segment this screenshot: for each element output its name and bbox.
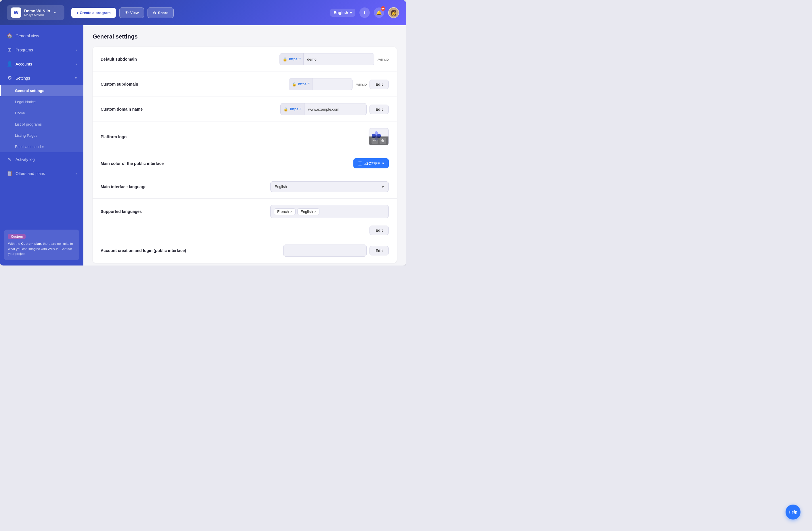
- color-value: #2C77FF: [364, 161, 380, 165]
- default-subdomain-field[interactable]: [304, 57, 374, 61]
- custom-subdomain-input: 🔒 https://: [289, 78, 352, 90]
- account-creation-field[interactable]: [283, 245, 367, 256]
- custom-domain-edit-button[interactable]: Edit: [369, 105, 389, 114]
- main-language-row: Main interface language English ∨: [92, 175, 397, 198]
- custom-subdomain-row: Custom subdomain 🔒 https:// .wiin.io Edi…: [92, 72, 397, 97]
- brand-logo-icon: W: [11, 8, 21, 18]
- custom-domain-field[interactable]: [304, 107, 366, 112]
- custom-subdomain-field[interactable]: [313, 82, 352, 87]
- header-right: English ▾ ℹ 🔔 9+ 👩: [330, 7, 399, 18]
- create-program-button[interactable]: + Create a program: [71, 8, 116, 18]
- notifications-button[interactable]: 🔔 9+: [374, 8, 384, 18]
- home-icon: 🏠: [6, 33, 13, 39]
- main-color-label: Main color of the public interface: [101, 161, 199, 166]
- main-language-value: English ∨: [203, 181, 389, 192]
- brand-dropdown-arrow[interactable]: ▾: [54, 11, 56, 15]
- supported-languages-value: French × English ×: [203, 205, 389, 218]
- tag-english: English ×: [297, 208, 319, 215]
- language-chevron: ∨: [381, 185, 385, 189]
- sidebar-item-programs[interactable]: ⊞ Programs ›: [0, 43, 83, 57]
- settings-icon: ⚙: [6, 75, 13, 81]
- header-logo-area[interactable]: W Demo WIIN.io Mailys Motard ▾: [7, 5, 64, 20]
- settings-chevron: ∨: [75, 76, 77, 80]
- accounts-chevron: ›: [76, 62, 77, 66]
- sidebar-subitem-general-settings[interactable]: General settings: [0, 85, 83, 96]
- https-text-3: https://: [290, 107, 301, 111]
- svg-point-2: [375, 131, 378, 135]
- eye-icon: 👁: [125, 11, 129, 15]
- sidebar-subitem-home[interactable]: Home: [0, 107, 83, 119]
- sidebar-label-programs: Programs: [16, 48, 73, 52]
- programs-chevron: ›: [76, 48, 77, 52]
- custom-subdomain-value: 🔒 https:// .wiin.io Edit: [203, 78, 389, 90]
- logo-delete-button[interactable]: 🗑: [379, 138, 386, 144]
- tag-english-label: English: [301, 209, 313, 214]
- https-text: https://: [289, 57, 301, 61]
- supported-languages-row: Supported languages French × English ×: [92, 198, 397, 238]
- custom-subdomain-prefix: 🔒 https://: [289, 78, 313, 90]
- sidebar-subitem-list-of-programs[interactable]: List of programs: [0, 119, 83, 130]
- info-button[interactable]: ℹ: [359, 8, 370, 18]
- sidebar-item-settings[interactable]: ⚙ Settings ∨: [0, 71, 83, 85]
- language-selected: English: [275, 185, 287, 189]
- info-icon: ℹ: [364, 10, 365, 15]
- sidebar-item-general-view[interactable]: 🏠 General view: [0, 29, 83, 43]
- user-avatar[interactable]: 👩: [388, 7, 399, 18]
- custom-subdomain-suffix: .wiin.io: [356, 82, 367, 87]
- sidebar-item-accounts[interactable]: 👤 Accounts ›: [0, 57, 83, 71]
- programs-icon: ⊞: [6, 47, 13, 53]
- lang-label: English: [334, 10, 348, 15]
- activity-log-icon: ∿: [6, 156, 13, 162]
- custom-card-text: With the Custom plan, there are no limit…: [8, 241, 75, 256]
- platform-logo-row: Platform logo: [92, 122, 397, 152]
- supported-languages-edit-button[interactable]: Edit: [369, 225, 389, 235]
- language-dropdown[interactable]: English ∨: [270, 181, 389, 192]
- lock-icon-2: 🔒: [292, 82, 296, 87]
- sidebar-label-settings: Settings: [16, 76, 72, 80]
- top-header: W Demo WIIN.io Mailys Motard ▾ + Create …: [0, 0, 406, 25]
- custom-domain-input: 🔒 https://: [280, 103, 367, 115]
- sidebar-subitem-email-and-sender[interactable]: Email and sender: [0, 141, 83, 152]
- platform-logo-label: Platform logo: [101, 134, 199, 139]
- main-language-label: Main interface language: [101, 185, 199, 189]
- main-color-row: Main color of the public interface #2C77…: [92, 152, 397, 175]
- logo-preview: ✏ 🗑: [368, 128, 389, 145]
- sidebar-label-offers-and-plans: Offers and plans: [16, 171, 73, 176]
- settings-card: Default subdomain 🔒 https:// .wiin.io: [92, 47, 397, 263]
- sidebar-item-activity-log[interactable]: ∿ Activity log: [0, 152, 83, 166]
- account-creation-value: Edit: [203, 245, 389, 256]
- tag-french-remove[interactable]: ×: [290, 210, 292, 213]
- sidebar: 🏠 General view ⊞ Programs › 👤 Accounts ›…: [0, 25, 83, 265]
- default-subdomain-label: Default subdomain: [101, 57, 199, 61]
- logo-overlay: ✏ 🗑: [369, 136, 389, 145]
- tag-english-remove[interactable]: ×: [314, 210, 317, 213]
- page-title: General settings: [92, 33, 397, 40]
- offers-chevron: ›: [76, 172, 77, 175]
- custom-domain-value: 🔒 https:// Edit: [203, 103, 389, 115]
- custom-badge: Custom: [8, 234, 26, 239]
- sidebar-label-accounts: Accounts: [16, 62, 73, 67]
- custom-subdomain-edit-button[interactable]: Edit: [369, 79, 389, 89]
- custom-plan-card: Custom With the Custom plan, there are n…: [4, 230, 79, 260]
- main-color-value: #2C77FF ▾: [203, 158, 389, 168]
- custom-domain-prefix: 🔒 https://: [281, 103, 304, 115]
- language-selector[interactable]: English ▾: [330, 9, 356, 17]
- default-subdomain-suffix: .wiin.io: [377, 57, 389, 61]
- sidebar-subitem-listing-pages[interactable]: Listing Pages: [0, 130, 83, 141]
- color-dropdown-arrow: ▾: [382, 161, 384, 165]
- brand-text: Demo WIIN.io Mailys Motard: [24, 9, 50, 17]
- account-creation-edit-button[interactable]: Edit: [369, 246, 389, 255]
- sidebar-subitem-legal-notice[interactable]: Legal Notice: [0, 96, 83, 107]
- logo-edit-button[interactable]: ✏: [372, 138, 378, 144]
- default-subdomain-prefix: 🔒 https://: [280, 54, 304, 65]
- https-text-2: https://: [298, 82, 310, 86]
- share-button[interactable]: ⊙ Share: [147, 8, 174, 18]
- color-picker-button[interactable]: #2C77FF ▾: [353, 158, 389, 168]
- lock-icon: 🔒: [282, 57, 287, 61]
- tag-french-label: French: [277, 209, 289, 214]
- platform-logo-value: ✏ 🗑: [203, 128, 389, 145]
- sidebar-item-offers-and-plans[interactable]: 📋 Offers and plans ›: [0, 166, 83, 180]
- view-button[interactable]: 👁 View: [119, 8, 144, 18]
- tags-input[interactable]: French × English ×: [270, 205, 389, 218]
- sidebar-label-activity-log: Activity log: [16, 157, 77, 162]
